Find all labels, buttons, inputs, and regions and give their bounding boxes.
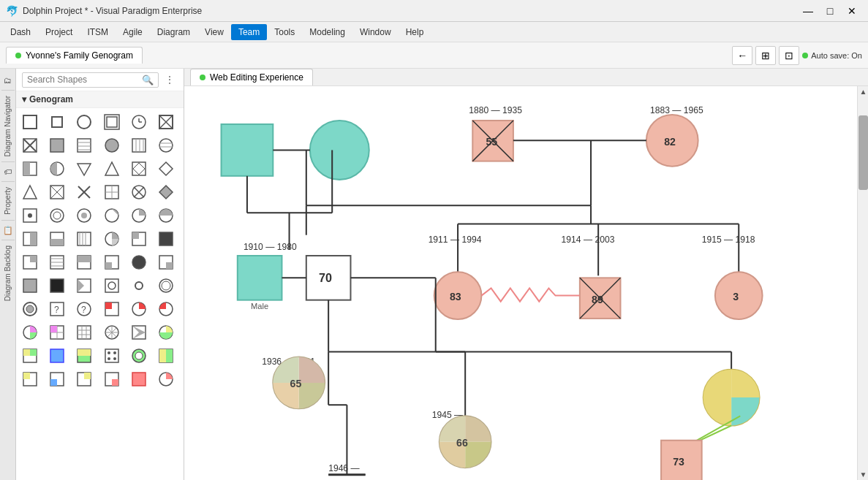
canvas-area[interactable]: 1880 — 1935 55 1883 — 1965 82: [184, 86, 857, 480]
shape-x-cross[interactable]: [19, 134, 41, 156]
shape-sq-pink[interactable]: [128, 368, 150, 390]
sidebar-menu-button[interactable]: ⋮: [162, 72, 178, 88]
shape-sq-lines[interactable]: [128, 134, 150, 156]
shape-circle-ring2[interactable]: [19, 298, 41, 320]
shape-sq-pie6[interactable]: [73, 345, 95, 367]
shape-sq-pattern[interactable]: [73, 134, 95, 156]
menu-item-help[interactable]: Help: [399, 24, 431, 40]
shape-sq-4split[interactable]: [46, 321, 68, 343]
shape-sq-br[interactable]: [101, 368, 123, 390]
shape-sq-blue[interactable]: [46, 345, 68, 367]
sidebar-scroll[interactable]: ▾ Genogram: [16, 91, 184, 480]
shape-circle-q[interactable]: ?: [73, 298, 95, 320]
shape-pie-flag[interactable]: [128, 298, 150, 320]
shape-sq-tr[interactable]: [73, 368, 95, 390]
shape-sm-sq[interactable]: [19, 205, 41, 226]
shape-sq-diamond[interactable]: [128, 158, 150, 180]
shape-circ5[interactable]: [128, 205, 150, 226]
shape-sq-pie4[interactable]: [73, 275, 95, 297]
scroll-down-arrow[interactable]: ▼: [858, 469, 868, 480]
shape-clock[interactable]: [128, 111, 150, 133]
shape-sq-dots[interactable]: [101, 345, 123, 367]
shape-sq-qtr[interactable]: [155, 251, 177, 273]
shape-sq-x3[interactable]: [46, 181, 68, 203]
menu-item-agile[interactable]: Agile: [116, 24, 150, 40]
shape-circle-ring[interactable]: [155, 275, 177, 297]
panel-icon-backlog[interactable]: 📋: [1, 223, 15, 237]
shape-sq-shaded[interactable]: [46, 134, 68, 156]
shape-pie[interactable]: [101, 228, 123, 250]
shape-circle-flag[interactable]: [155, 298, 177, 320]
right-scrollbar[interactable]: ▲ ▼: [857, 86, 868, 480]
menu-item-project[interactable]: Project: [38, 24, 80, 40]
panel-icon-navigator[interactable]: 🗂: [1, 73, 15, 88]
shape-circle-ring3[interactable]: [128, 345, 150, 367]
shape-circle-black[interactable]: [128, 251, 150, 273]
shape-sq-2col[interactable]: [155, 345, 177, 367]
menu-item-tools[interactable]: Tools: [267, 24, 302, 40]
menu-item-modeling[interactable]: Modeling: [302, 24, 352, 40]
shape-circ-half[interactable]: [46, 158, 68, 180]
close-button[interactable]: ✕: [842, 4, 862, 18]
menu-item-view[interactable]: View: [197, 24, 231, 40]
shape-sq-grid2[interactable]: [73, 321, 95, 343]
shape-circ3[interactable]: [73, 205, 95, 226]
shape-extra[interactable]: [155, 368, 177, 390]
toolbar-view-button[interactable]: ⊡: [779, 46, 799, 65]
shape-sq-v[interactable]: [128, 321, 150, 343]
shape-sq-bl[interactable]: [46, 368, 68, 390]
shape-x-only[interactable]: [73, 181, 95, 203]
menu-item-itsm[interactable]: ITSM: [80, 24, 116, 40]
shape-circ-shaded[interactable]: [101, 134, 123, 156]
shape-square-x[interactable]: [155, 111, 177, 133]
shape-square2[interactable]: [46, 111, 68, 133]
search-input[interactable]: [27, 75, 142, 85]
shape-sq-3qtr[interactable]: [19, 275, 41, 297]
shape-diamond[interactable]: [155, 158, 177, 180]
shape-circ6[interactable]: [155, 205, 177, 226]
shape-x-cross2[interactable]: [128, 181, 150, 203]
shape-sq-pie2[interactable]: [19, 251, 41, 273]
shape-sq-tl[interactable]: [19, 368, 41, 390]
shape-sq-lines3[interactable]: [46, 251, 68, 273]
menu-item-diagram[interactable]: Diagram: [150, 24, 197, 40]
scroll-up-arrow[interactable]: ▲: [858, 86, 868, 97]
menu-item-window[interactable]: Window: [352, 24, 399, 40]
shape-circ4[interactable]: [101, 205, 123, 226]
shape-circle-pie2[interactable]: [155, 321, 177, 343]
shape-circle-sm[interactable]: [128, 275, 150, 297]
shape-tri-down[interactable]: [73, 158, 95, 180]
shape-sq-half3[interactable]: [46, 228, 68, 250]
shape-circ-lines[interactable]: [155, 134, 177, 156]
shape-sq-lines2[interactable]: [73, 228, 95, 250]
diagram-tab[interactable]: Yvonne's Family Genogram: [6, 47, 143, 64]
shape-circle[interactable]: [73, 111, 95, 133]
shape-pie8[interactable]: [101, 321, 123, 343]
shape-sq-black[interactable]: [46, 275, 68, 297]
shape-sq-pie[interactable]: [128, 228, 150, 250]
shape-sq-half4[interactable]: [73, 251, 95, 273]
toolbar-grid-button[interactable]: ⊞: [755, 46, 776, 65]
shape-sq-sm[interactable]: [101, 275, 123, 297]
toolbar-back-button[interactable]: ←: [732, 46, 752, 65]
panel-icon-property[interactable]: 🏷: [1, 164, 15, 179]
shape-sq-pie3[interactable]: [101, 251, 123, 273]
menu-item-dash[interactable]: Dash: [3, 24, 38, 40]
shape-sq-pie5[interactable]: [19, 345, 41, 367]
shape-sq-dark[interactable]: [155, 228, 177, 250]
shape-sq-flag[interactable]: [101, 298, 123, 320]
shape-sq-half2[interactable]: [19, 228, 41, 250]
shape-category-genogram[interactable]: ▾ Genogram: [16, 91, 184, 108]
maximize-button[interactable]: □: [820, 4, 840, 18]
shape-sq-q[interactable]: ?: [46, 298, 68, 320]
web-editing-tab[interactable]: Web Editing Experience: [190, 69, 313, 85]
shape-square[interactable]: [19, 111, 41, 133]
menu-item-team[interactable]: Team: [231, 24, 267, 40]
shape-tri-up[interactable]: [101, 158, 123, 180]
shape-sq-half-l[interactable]: [19, 158, 41, 180]
shape-tri2[interactable]: [19, 181, 41, 203]
shape-pie4[interactable]: [19, 321, 41, 343]
shape-circ2[interactable]: [46, 205, 68, 226]
minimize-button[interactable]: —: [798, 4, 818, 18]
search-box[interactable]: 🔍: [22, 72, 159, 88]
